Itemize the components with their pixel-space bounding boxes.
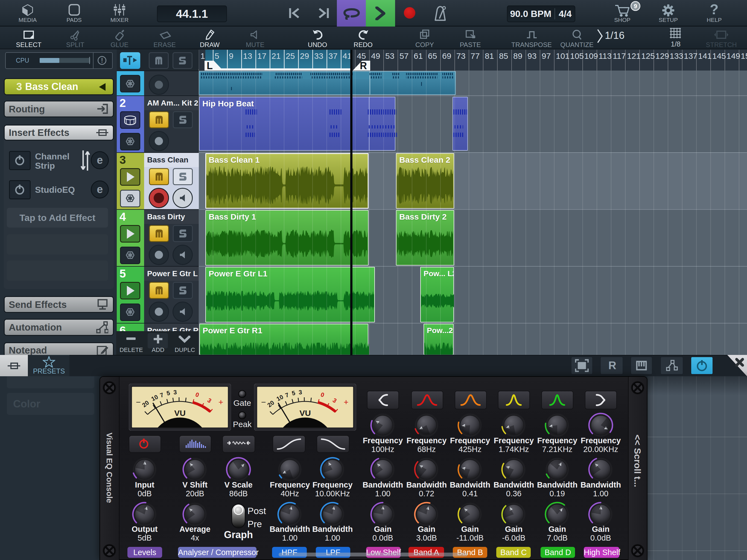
svg-text:L: L — [207, 61, 213, 71]
svg-text:+: + — [344, 398, 349, 407]
svg-text:−: − — [261, 398, 266, 407]
svg-text:R: R — [360, 61, 367, 71]
svg-text:+: + — [218, 398, 223, 407]
svg-text:3: 3 — [298, 389, 302, 396]
svg-text:−: − — [136, 398, 141, 407]
svg-text:3: 3 — [173, 389, 177, 396]
svg-text:VU: VU — [300, 408, 311, 417]
svg-text:R: R — [609, 359, 616, 371]
svg-text:VU: VU — [174, 408, 186, 417]
